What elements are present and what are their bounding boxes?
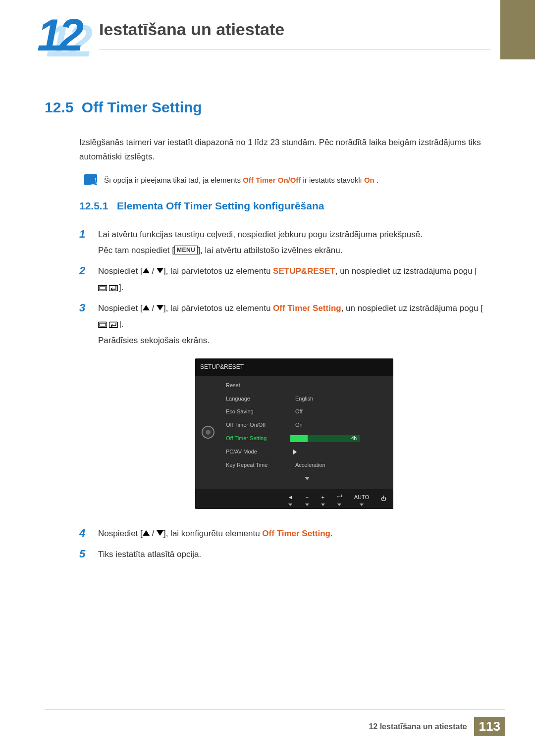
step-text: Lai atvērtu funkcijas taustiņu ceļvedi, … (98, 227, 490, 243)
text-part: , un nospiediet uz izstrādājuma pogu [ (341, 303, 483, 313)
osd-progress-value: 4h (351, 435, 357, 442)
caret-down-icon (360, 504, 364, 506)
minus-icon: − (305, 492, 308, 503)
osd-label: PC/AV Mode (226, 447, 290, 457)
osd-colon: : (290, 420, 295, 430)
subsection-heading: 12.5.1 Elementa Off Timer Setting konfig… (79, 200, 490, 212)
note-em: Off Timer On/Off (243, 176, 301, 184)
step-3: 3 Nospiediet [ / ], lai pārvietotos uz e… (79, 301, 490, 521)
note-part: Šī opcija ir pieejama tikai tad, ja elem… (104, 176, 243, 184)
text-part: Nospiediet [ (98, 529, 143, 538)
note-part: . (376, 176, 378, 184)
caret-down-icon (337, 504, 341, 506)
step-number: 1 (79, 227, 89, 259)
osd-side-icon-area (195, 376, 221, 489)
section-number: 12.5 (45, 99, 73, 115)
steps-list: 1 Lai atvērtu funkcijas taustiņu ceļvedi… (79, 227, 490, 562)
osd-foot-plus: + (321, 492, 325, 506)
step-body: Lai atvērtu funkcijas taustiņu ceļvedi, … (98, 227, 490, 259)
text-em: SETUP&RESET (273, 266, 335, 276)
menu-key-icon: MENU (174, 246, 198, 254)
page-number: 113 (474, 717, 505, 736)
step-text: Nospiediet [ / ], lai pārvietotos uz ele… (98, 301, 490, 333)
osd-label: Off Timer On/Off (226, 420, 290, 430)
osd-row-selected: Off Timer Setting 4h (221, 432, 393, 445)
caret-down-icon (288, 504, 292, 506)
osd-label: Key Repeat Time (226, 460, 290, 470)
enter-source-icon (98, 321, 119, 328)
osd-label: Reset (226, 380, 290, 391)
footer-chapter-ref: 12 Iestatīšana un atiestate (369, 722, 467, 731)
osd-value: English (295, 394, 388, 404)
osd-value: Off (295, 406, 388, 417)
text-part: , un nospiediet uz izstrādājuma pogu [ (335, 266, 477, 276)
chapter-number-front: 12 (37, 10, 81, 61)
osd-progress-bar: 4h (290, 435, 360, 442)
osd-progress-fill (290, 435, 308, 442)
text-part: ], lai pārvietotos uz elementu (163, 303, 273, 313)
osd-body: Reset Language : English Eco Saving : Of… (195, 376, 393, 489)
text-part: Nospiediet [ (98, 266, 143, 276)
osd-row: Off Timer On/Off : On (221, 418, 393, 432)
text-part: ], lai pārvietotos uz elementu (163, 266, 273, 276)
osd-colon: : (290, 394, 295, 404)
osd-label: Language (226, 394, 290, 404)
step-4: 4 Nospiediet [ / ], lai konfigurētu elem… (79, 526, 490, 542)
step-body: Tiks iestatīta atlasītā opcija. (98, 547, 490, 562)
arrow-down-icon (157, 305, 163, 310)
step-5: 5 Tiks iestatīta atlasītā opcija. (79, 547, 490, 562)
arrow-down-icon (157, 268, 163, 273)
section-intro: Izslēgšanās taimeri var iestatīt diapazo… (79, 136, 490, 164)
osd-row: Language : English (221, 392, 393, 405)
osd-title: SETUP&RESET (195, 358, 393, 376)
plus-icon: + (321, 492, 324, 503)
caret-right-icon (290, 450, 299, 454)
osd-colon: : (290, 460, 295, 470)
osd-auto-label: AUTO (354, 492, 369, 503)
arrow-down-icon (157, 530, 163, 536)
osd-scroll-down (221, 472, 393, 487)
text-part: . (330, 529, 333, 538)
osd-label: Eco Saving (226, 406, 290, 417)
caret-down-icon (305, 477, 310, 480)
osd-list: Reset Language : English Eco Saving : Of… (221, 376, 393, 489)
arrow-up-icon (143, 530, 150, 536)
section-title: Off Timer Setting (82, 99, 202, 115)
step-body: Nospiediet [ / ], lai pārvietotos uz ele… (98, 263, 490, 296)
text-part: Pēc tam nospiediet [ (98, 246, 174, 255)
svg-rect-4 (100, 323, 106, 326)
step-body: Nospiediet [ / ], lai konfigurētu elemen… (98, 526, 490, 542)
text-part: ]. (119, 283, 123, 292)
step-text: Parādīsies sekojošais ekrāns. (98, 333, 490, 349)
step-2: 2 Nospiediet [ / ], lai pārvietotos uz e… (79, 263, 490, 296)
text-part: Nospiediet [ (98, 303, 143, 313)
osd-value: On (295, 420, 388, 430)
svg-rect-2 (109, 285, 118, 291)
osd-foot-power: ⏻ (381, 494, 386, 504)
caret-down-icon (305, 504, 309, 506)
osd-footer: ◄ − + ⮠ AUTO ⏻ (195, 489, 393, 509)
osd-colon: : (290, 406, 295, 417)
step-number: 3 (79, 301, 89, 521)
note-icon (84, 174, 97, 185)
text-em: Off Timer Setting (273, 303, 341, 313)
chapter-title: Iestatīšana un atiestate (99, 20, 284, 39)
step-text: Pēc tam nospiediet [MENU], lai atvērtu a… (98, 243, 490, 258)
osd-foot-auto: AUTO (354, 492, 369, 506)
enter-icon: ⮠ (337, 492, 342, 503)
footer-divider (45, 709, 505, 710)
osd-row: PC/AV Mode (221, 445, 393, 458)
caret-down-icon (321, 504, 325, 506)
chapter-number-badge: 12 12 (37, 10, 92, 59)
note-part: ir iestatīts stāvoklī (303, 176, 364, 184)
power-icon: ⏻ (381, 494, 386, 504)
step-number: 2 (79, 263, 89, 296)
arrow-up-icon (143, 305, 150, 310)
text-part: ], lai atvērtu atbilstošo izvēlnes ekrān… (198, 246, 342, 255)
step-1: 1 Lai atvērtu funkcijas taustiņu ceļvedi… (79, 227, 490, 259)
subsection-number: 12.5.1 (79, 200, 108, 211)
osd-row: Eco Saving : Off (221, 405, 393, 418)
gear-icon (202, 426, 214, 439)
triangle-left-icon: ◄ (288, 492, 293, 503)
note-block: Šī opcija ir pieejama tikai tad, ja elem… (84, 174, 490, 186)
